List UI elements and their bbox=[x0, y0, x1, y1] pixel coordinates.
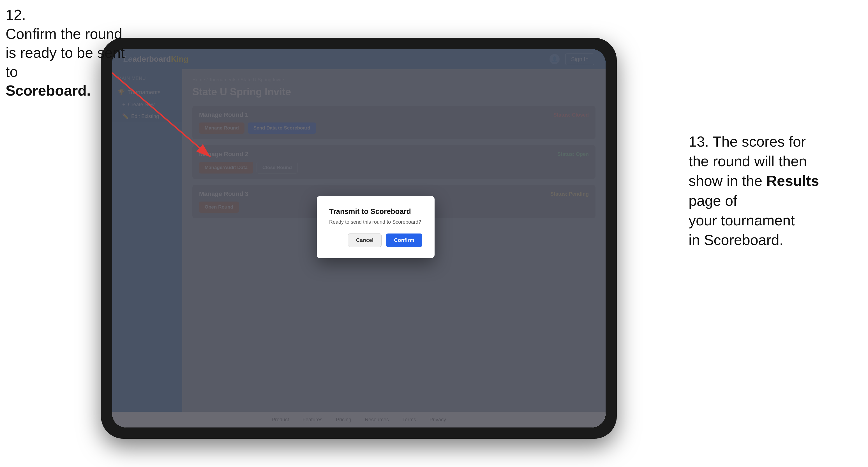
annotation-line1: Confirm the round bbox=[6, 26, 122, 42]
annotation-right-line2: the round will then bbox=[688, 153, 807, 169]
annotation-right-line3: show in the bbox=[688, 173, 762, 189]
annotation-right-bold: Results bbox=[767, 173, 819, 189]
annotation-right-line5: your tournament bbox=[688, 212, 795, 228]
tablet-device: LeaderboardKing 👤 Sign In MAIN MENU 🏆 bbox=[101, 38, 617, 439]
modal-buttons: Cancel Confirm bbox=[329, 234, 422, 247]
transmit-modal: Transmit to Scoreboard Ready to send thi… bbox=[317, 196, 435, 258]
annotation-line2: is ready to be sent to bbox=[6, 44, 125, 80]
annotation-right: 13. The scores for the round will then s… bbox=[688, 132, 845, 250]
annotation-right-step: 13. bbox=[688, 133, 709, 150]
cancel-button[interactable]: Cancel bbox=[348, 234, 381, 247]
annotation-bold: Scoreboard. bbox=[6, 83, 91, 99]
modal-subtitle: Ready to send this round to Scoreboard? bbox=[329, 219, 422, 225]
confirm-button[interactable]: Confirm bbox=[386, 234, 422, 247]
annotation-right-line1: The scores for bbox=[713, 133, 806, 150]
annotation-right-line4: page of bbox=[688, 193, 737, 209]
tablet-screen: LeaderboardKing 👤 Sign In MAIN MENU 🏆 bbox=[112, 49, 606, 428]
modal-title: Transmit to Scoreboard bbox=[329, 207, 422, 216]
step-number: 12. bbox=[6, 6, 129, 25]
annotation-right-line6: in Scoreboard. bbox=[688, 232, 783, 248]
annotation-top: 12. Confirm the round is ready to be sen… bbox=[6, 6, 129, 100]
